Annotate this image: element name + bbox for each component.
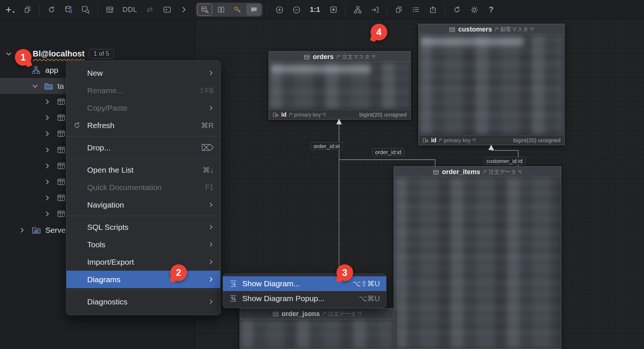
menu-separator bbox=[66, 159, 220, 159]
copy-diagram-button[interactable] bbox=[391, 3, 406, 16]
menu-item-rename[interactable]: Rename... ⇧F6 bbox=[66, 82, 220, 99]
menu-item-open-the-list[interactable]: Open the List ⌘↓ bbox=[66, 161, 220, 179]
menu-item-refresh[interactable]: Refresh ⌘R bbox=[66, 117, 220, 134]
zoom-out-icon bbox=[292, 6, 301, 14]
diagram-toolbar: 1:1 bbox=[196, 0, 499, 19]
new-query-console-button[interactable] bbox=[160, 3, 174, 16]
chevron-right-icon[interactable] bbox=[44, 98, 51, 105]
node-list-button[interactable] bbox=[408, 3, 423, 16]
table-node-order-items-header[interactable]: order_items /* 注文データ */ bbox=[394, 167, 561, 178]
diagram-popup-icon bbox=[229, 294, 237, 303]
redacted-columns bbox=[240, 320, 394, 348]
menu-item-sql-scripts[interactable]: SQL Scripts bbox=[66, 218, 220, 236]
toolbar-separator bbox=[345, 5, 346, 14]
new-item-button[interactable]: + bbox=[3, 3, 18, 16]
chevron-right-icon[interactable] bbox=[44, 211, 51, 218]
toggle-columns-button[interactable] bbox=[214, 4, 229, 16]
columns-icon bbox=[217, 6, 225, 14]
toggle-key-fields-button[interactable] bbox=[197, 4, 212, 16]
table-node-orders[interactable]: orders /* 注文マスタ */ id /* primary key */ … bbox=[269, 51, 411, 120]
chevron-right-icon[interactable] bbox=[44, 147, 51, 154]
dropdown-arrow-icon bbox=[12, 11, 15, 14]
chevron-right-icon[interactable] bbox=[44, 195, 51, 202]
menu-item-show-diagram-popup[interactable]: Show Diagram Popup... ⌥⌘U bbox=[223, 291, 386, 306]
table-comment: /* 顧客マスタ */ bbox=[495, 26, 533, 33]
menu-item-new[interactable]: New bbox=[66, 64, 220, 82]
jump-to-source-button[interactable] bbox=[367, 3, 382, 16]
key-icon bbox=[233, 6, 242, 14]
menu-item-diagnostics[interactable]: Diagnostics bbox=[66, 293, 220, 310]
edge-label: order_id:id bbox=[372, 148, 404, 156]
submenu-arrow-icon bbox=[208, 277, 214, 282]
apply-layout-button[interactable] bbox=[350, 3, 365, 16]
table-node-order-jsons-header[interactable]: order_jsons /* 注文データ */ bbox=[240, 309, 394, 320]
chevron-right-icon[interactable] bbox=[44, 163, 51, 170]
toolbar-separator bbox=[445, 5, 445, 14]
toggle-comments-button[interactable] bbox=[246, 4, 261, 16]
database-search-icon bbox=[81, 5, 90, 14]
compare-button[interactable] bbox=[142, 3, 157, 16]
primary-key-row[interactable]: id /* primary key */ bigint(20) unsigned bbox=[269, 110, 410, 119]
pk-comment: /* primary key */ bbox=[289, 112, 326, 118]
table-node-order-items[interactable]: order_items /* 注文データ */ bbox=[394, 166, 561, 349]
diagram-settings-button[interactable] bbox=[467, 3, 482, 16]
help-button[interactable]: ? bbox=[484, 3, 499, 16]
menu-item-diagrams[interactable]: Diagrams bbox=[66, 271, 220, 288]
chevron-right-icon[interactable] bbox=[44, 130, 51, 137]
table-icon bbox=[57, 209, 66, 218]
menu-item-drop[interactable]: Drop... ⌦ bbox=[66, 139, 220, 156]
chevron-right-icon[interactable] bbox=[44, 114, 51, 121]
ddl-button[interactable]: DDL bbox=[119, 3, 140, 16]
pk-type: bigint(20) unsigned bbox=[359, 111, 407, 118]
menu-item-copy-paste[interactable]: Copy/Paste bbox=[66, 99, 220, 117]
primary-key-row[interactable]: id /* primary key */ bigint(20) unsigned bbox=[419, 135, 564, 145]
zoom-out-button[interactable] bbox=[289, 3, 304, 16]
table-icon bbox=[57, 129, 66, 138]
table-grid-icon bbox=[106, 6, 114, 14]
find-in-database-button[interactable] bbox=[78, 3, 93, 16]
shortcut: ⌘↓ bbox=[203, 166, 214, 174]
chevron-right-icon bbox=[180, 6, 188, 13]
pk-name: id bbox=[281, 111, 286, 118]
more-toolbar-items-button[interactable] bbox=[177, 3, 191, 16]
callout-step-4: 4 bbox=[371, 24, 387, 40]
table-icon bbox=[57, 193, 66, 202]
shortcut: F1 bbox=[205, 183, 214, 192]
table-node-order-jsons[interactable]: order_jsons /* 注文データ */ bbox=[240, 308, 394, 349]
zoom-in-icon bbox=[275, 6, 284, 14]
shortcut: ⌥⌘U bbox=[359, 294, 380, 303]
chevron-down-icon[interactable] bbox=[5, 50, 12, 58]
table-node-orders-header[interactable]: orders /* 注文マスタ */ bbox=[269, 52, 410, 63]
toggle-key-columns-button[interactable] bbox=[230, 4, 245, 16]
menu-item-show-diagram[interactable]: Show Diagram... ⌥⇧⌘U bbox=[223, 276, 386, 291]
chevron-right-icon[interactable] bbox=[19, 227, 26, 234]
refresh-diagram-button[interactable] bbox=[450, 3, 464, 16]
menu-separator bbox=[66, 216, 220, 216]
fit-content-button[interactable] bbox=[326, 3, 341, 16]
edge-label: order_id:id bbox=[311, 142, 342, 150]
duplicate-button[interactable] bbox=[20, 3, 35, 16]
menu-item-tools[interactable]: Tools bbox=[66, 236, 220, 253]
export-diagram-button[interactable] bbox=[426, 3, 440, 16]
data-source-properties-button[interactable] bbox=[61, 3, 76, 16]
shortcut: ⇧F6 bbox=[199, 86, 214, 95]
table-icon bbox=[57, 146, 66, 154]
menu-item-navigation[interactable]: Navigation bbox=[66, 196, 220, 213]
diagrams-submenu: Show Diagram... ⌥⇧⌘U Show Diagram Popup.… bbox=[223, 274, 387, 308]
chevron-down-icon[interactable] bbox=[32, 82, 39, 89]
table-node-customers-header[interactable]: customers /* 顧客マスタ */ bbox=[419, 24, 564, 35]
redacted-columns bbox=[419, 35, 564, 135]
toolbar-separator bbox=[267, 5, 267, 14]
reset-zoom-button[interactable]: 1:1 bbox=[306, 3, 324, 16]
explorer-toolbar: + bbox=[3, 0, 191, 19]
jump-to-editor-button[interactable] bbox=[102, 3, 117, 16]
menu-separator bbox=[66, 136, 220, 137]
zoom-in-button[interactable] bbox=[272, 3, 287, 16]
menu-item-quick-documentation[interactable]: Quick Documentation F1 bbox=[66, 179, 220, 196]
schema-icon bbox=[32, 66, 40, 75]
table-node-customers[interactable]: customers /* 顧客マスタ */ id /* primary key … bbox=[418, 24, 565, 145]
refresh-button[interactable] bbox=[44, 3, 59, 16]
chevron-right-icon[interactable] bbox=[44, 179, 51, 186]
menu-item-import-export[interactable]: Import/Export bbox=[66, 253, 220, 271]
database-settings-icon bbox=[64, 5, 73, 14]
